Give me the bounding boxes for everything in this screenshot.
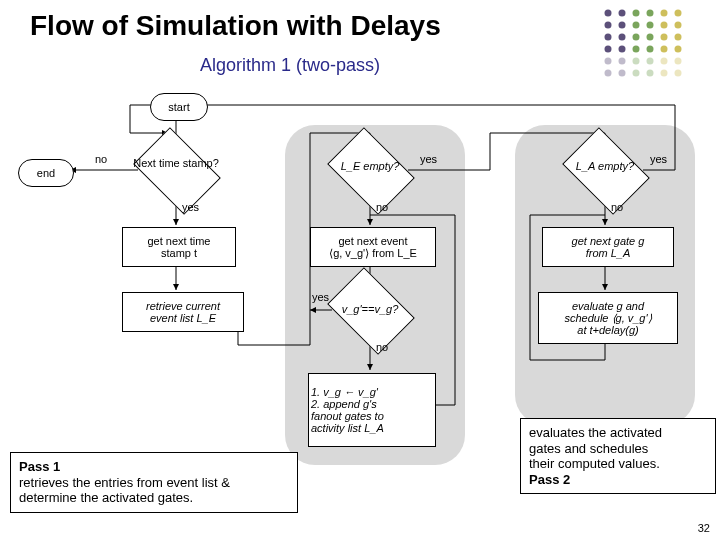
- decision-next-timestamp-label: Next time stamp?: [131, 157, 221, 169]
- svg-point-15: [647, 34, 654, 41]
- edge-le-no: no: [376, 201, 388, 213]
- corner-dot-grid: [600, 5, 700, 85]
- decision-next-timestamp: [133, 127, 221, 215]
- callout-pass1-body: retrieves the entries from event list & …: [19, 475, 230, 506]
- svg-point-9: [647, 22, 654, 29]
- svg-point-0: [605, 10, 612, 17]
- edge-no-end: no: [95, 153, 107, 165]
- decision-vg-eq-label: v_g'==v_g?: [325, 303, 415, 315]
- svg-point-35: [675, 70, 682, 77]
- svg-point-16: [661, 34, 668, 41]
- node-start: start: [150, 93, 208, 121]
- svg-point-4: [661, 10, 668, 17]
- slide-subtitle: Algorithm 1 (two-pass): [200, 55, 380, 76]
- edge-vg-no: no: [376, 341, 388, 353]
- svg-point-13: [619, 34, 626, 41]
- callout-pass1-title: Pass 1: [19, 459, 60, 474]
- svg-point-19: [619, 46, 626, 53]
- node-retrieve-list: retrieve current event list L_E: [122, 292, 244, 332]
- node-evaluate-schedule: evaluate g and schedule ⟨g, v_g'⟩ at t+d…: [538, 292, 678, 344]
- decision-la-empty-label: L_A empty?: [560, 160, 650, 172]
- node-steps: 1. v_g ← v_g' 2. append g's fanout gates…: [308, 373, 436, 447]
- svg-point-32: [633, 70, 640, 77]
- node-get-next-event: get next event ⟨g, v_g'⟩ from L_E: [310, 227, 436, 267]
- edge-le-yes: yes: [420, 153, 437, 165]
- svg-point-31: [619, 70, 626, 77]
- page-number: 32: [698, 522, 710, 534]
- svg-point-30: [605, 70, 612, 77]
- svg-point-27: [647, 58, 654, 65]
- svg-point-29: [675, 58, 682, 65]
- svg-point-21: [647, 46, 654, 53]
- node-end: end: [18, 159, 74, 187]
- svg-point-34: [661, 70, 668, 77]
- svg-point-14: [633, 34, 640, 41]
- svg-point-23: [675, 46, 682, 53]
- svg-point-24: [605, 58, 612, 65]
- slide-title: Flow of Simulation with Delays: [30, 10, 441, 42]
- edge-yes-getnext: yes: [182, 201, 199, 213]
- svg-point-26: [633, 58, 640, 65]
- edge-la-yes: yes: [650, 153, 667, 165]
- node-get-next-ts: get next time stamp t: [122, 227, 236, 267]
- svg-point-7: [619, 22, 626, 29]
- svg-point-1: [619, 10, 626, 17]
- callout-pass1: Pass 1 retrieves the entries from event …: [10, 452, 298, 513]
- svg-point-10: [661, 22, 668, 29]
- callout-pass2-body: evaluates the activated gates and schedu…: [529, 425, 662, 471]
- node-get-next-gate: get next gate g from L_A: [542, 227, 674, 267]
- svg-point-20: [633, 46, 640, 53]
- svg-point-5: [675, 10, 682, 17]
- svg-point-12: [605, 34, 612, 41]
- svg-point-18: [605, 46, 612, 53]
- decision-le-empty-label: L_E empty?: [325, 160, 415, 172]
- svg-point-25: [619, 58, 626, 65]
- callout-pass2: evaluates the activated gates and schedu…: [520, 418, 716, 494]
- svg-point-6: [605, 22, 612, 29]
- svg-point-28: [661, 58, 668, 65]
- svg-point-2: [633, 10, 640, 17]
- svg-point-8: [633, 22, 640, 29]
- svg-point-22: [661, 46, 668, 53]
- svg-point-11: [675, 22, 682, 29]
- svg-point-3: [647, 10, 654, 17]
- edge-vg-yes: yes: [312, 291, 329, 303]
- edge-la-no: no: [611, 201, 623, 213]
- callout-pass2-title: Pass 2: [529, 472, 570, 487]
- svg-point-33: [647, 70, 654, 77]
- svg-point-17: [675, 34, 682, 41]
